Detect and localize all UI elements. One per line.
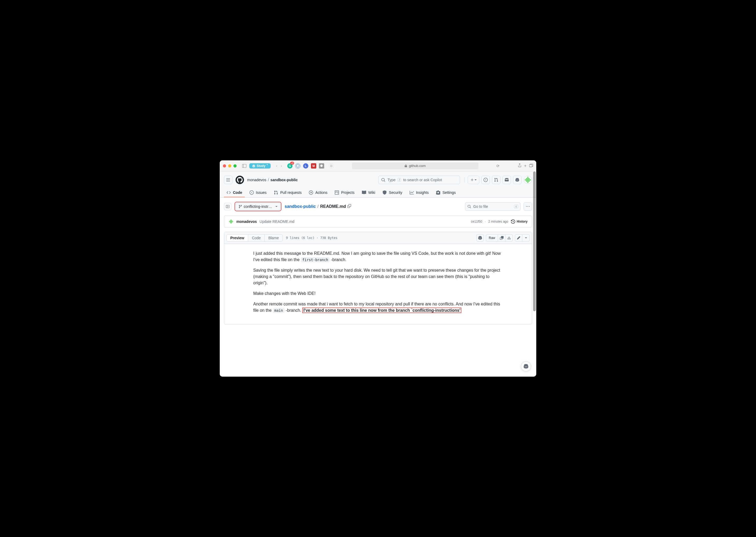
raw-button[interactable]: Raw	[486, 234, 498, 242]
nav-code[interactable]: Code	[224, 188, 245, 197]
raw-tools-group: Raw	[486, 234, 513, 242]
study-extension-button[interactable]: Study ˅	[249, 163, 271, 169]
copilot-header-button[interactable]	[513, 176, 522, 184]
breadcrumb-repo[interactable]: sandbox-public	[271, 178, 298, 182]
nav-wiki[interactable]: Wiki	[359, 188, 378, 197]
search-input[interactable]: Type / to search or ask Copilot	[378, 176, 460, 184]
path-repo-link[interactable]: sandbox-public	[285, 204, 316, 209]
reload-button[interactable]: ⟳	[496, 164, 500, 168]
avatar-icon	[525, 177, 531, 183]
breadcrumb-separator: /	[268, 178, 269, 182]
commit-time: 2 minutes ago	[488, 220, 508, 224]
search-placeholder-b: to search or ask Copilot	[403, 178, 442, 182]
forward-button[interactable]: ›	[279, 164, 283, 168]
view-mode-tabs: Preview Code Blame	[226, 234, 283, 242]
nav-label: Projects	[341, 190, 355, 195]
close-window-button[interactable]	[223, 164, 226, 168]
pull-requests-button[interactable]	[492, 176, 500, 184]
copy-raw-button[interactable]	[498, 234, 505, 242]
svg-rect-0	[242, 164, 246, 168]
history-icon	[511, 220, 515, 224]
goto-file-input[interactable]: Go to file t	[465, 202, 521, 211]
search-placeholder-a: Type	[388, 178, 396, 182]
site-settings-icon[interactable]	[329, 164, 334, 168]
commit-sep: ·	[485, 220, 485, 224]
minimize-window-button[interactable]	[228, 164, 231, 168]
browser-right-controls: +	[518, 163, 533, 169]
tab-code[interactable]: Code	[248, 234, 265, 241]
scrollbar[interactable]	[532, 171, 536, 377]
mendeley-extension-icon[interactable]: M	[311, 163, 316, 169]
branch-selector-button[interactable]: conflicting-instr…	[235, 203, 280, 210]
tab-overview-button[interactable]	[529, 164, 533, 168]
file-toolbar: Preview Code Blame 9 lines (6 loc) · 738…	[224, 232, 532, 244]
nav-pull-requests[interactable]: Pull requests	[271, 188, 304, 197]
path-row: conflicting-instr… sandbox-public / READ…	[224, 202, 532, 211]
hamburger-menu-button[interactable]	[224, 176, 232, 184]
copilot-file-button[interactable]	[477, 234, 484, 242]
nav-label: Actions	[315, 190, 327, 195]
paragraph: Another remote commit was made that i wa…	[253, 301, 503, 313]
header-actions	[463, 176, 532, 184]
file-viewer: Preview Code Blame 9 lines (6 loc) · 738…	[224, 232, 532, 324]
file-path: sandbox-public / README.md	[285, 204, 351, 209]
breadcrumb: monadevos / sandbox-public	[247, 178, 298, 182]
github-logo[interactable]	[235, 176, 244, 184]
inline-code: main	[273, 308, 285, 313]
search-icon	[467, 205, 471, 208]
copy-path-button[interactable]	[347, 204, 351, 209]
chevron-down-icon	[275, 205, 277, 208]
file-info-sep: ·	[316, 236, 320, 240]
nav-security[interactable]: Security	[380, 188, 405, 197]
url-bar[interactable]: github.com	[352, 162, 479, 169]
shield-extension-icon[interactable]	[295, 163, 300, 169]
maximize-window-button[interactable]	[233, 164, 236, 168]
edit-file-button[interactable]	[515, 234, 522, 242]
more-options-button[interactable]	[524, 202, 532, 211]
hex-extension-icon[interactable]: ⬢	[319, 163, 324, 169]
commit-meta: ce11f50 · 2 minutes ago History	[471, 220, 527, 224]
user-avatar[interactable]	[524, 176, 532, 184]
paragraph: I just added this message to the README.…	[253, 250, 503, 263]
new-tab-button[interactable]: +	[524, 164, 526, 168]
nav-label: Settings	[442, 190, 456, 195]
edit-tools-group	[515, 234, 530, 242]
inline-code: first-branch	[301, 257, 330, 263]
main-content: conflicting-instr… sandbox-public / READ…	[220, 197, 536, 377]
svg-rect-2	[330, 165, 333, 167]
tab-blame[interactable]: Blame	[265, 234, 282, 241]
nav-insights[interactable]: Insights	[407, 188, 431, 197]
commit-author-avatar[interactable]	[229, 219, 234, 224]
back-button[interactable]: ‹	[275, 164, 278, 168]
breadcrumb-owner[interactable]: monadevos	[247, 178, 266, 182]
paragraph: Make changes with the Web IDE!	[253, 290, 503, 297]
nav-actions[interactable]: Actions	[306, 188, 330, 197]
commit-sha[interactable]: ce11f50	[471, 220, 482, 224]
goto-placeholder: Go to file	[473, 204, 488, 209]
history-button[interactable]: History	[511, 220, 527, 224]
commit-author[interactable]: monadevos	[236, 220, 257, 224]
nav-label: Issues	[256, 190, 267, 195]
chevron-down-icon: ˅	[267, 164, 268, 168]
nav-issues[interactable]: Issues	[247, 188, 269, 197]
grammarly-extension-icon[interactable]: Goff	[287, 163, 293, 169]
download-raw-button[interactable]	[505, 234, 513, 242]
commit-message[interactable]: Update README.md	[260, 220, 294, 224]
file-actions: Raw	[477, 234, 530, 242]
edit-dropdown-button[interactable]	[522, 234, 530, 242]
scrollbar-thumb[interactable]	[533, 171, 536, 311]
notifications-button[interactable]	[502, 176, 511, 184]
share-button[interactable]	[518, 163, 522, 169]
browser-window: Study ˅ ‹ › Goff L M ⬢ github.com ⟳ +	[220, 160, 536, 377]
nav-label: Pull requests	[280, 190, 302, 195]
nav-projects[interactable]: Projects	[332, 188, 357, 197]
issues-button[interactable]	[482, 176, 490, 184]
tab-preview[interactable]: Preview	[227, 234, 248, 241]
nav-label: Code	[233, 190, 242, 195]
sidebar-toggle-icon[interactable]	[241, 163, 247, 169]
create-new-button[interactable]	[468, 176, 479, 184]
file-tree-toggle[interactable]	[224, 203, 231, 210]
copilot-float-button[interactable]	[521, 361, 531, 371]
l-extension-icon[interactable]: L	[303, 163, 308, 169]
nav-settings[interactable]: Settings	[434, 188, 458, 197]
